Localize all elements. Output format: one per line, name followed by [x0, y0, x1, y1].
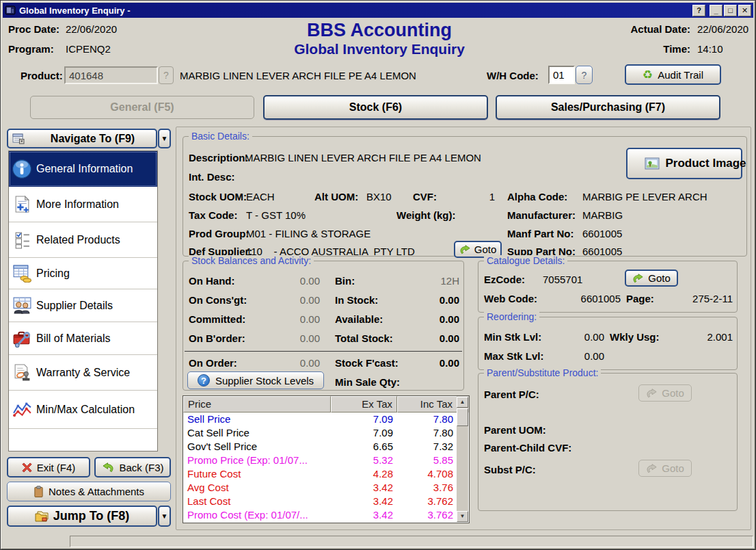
alt-uom-value: BX10	[366, 191, 392, 202]
actual-date-value: 22/06/2020	[697, 23, 748, 35]
parent-child-cvf-label: Parent-Child CVF:	[484, 442, 571, 454]
product-image-button[interactable]: Product Image	[626, 148, 742, 179]
image-icon	[645, 157, 660, 170]
in-stock-value: 0.00	[391, 294, 459, 306]
parent-uom-label: Parent UOM:	[484, 424, 546, 436]
price-table: Price Ex Tax Inc Tax Sell Price 7.09 7.8…	[183, 395, 470, 523]
product-lookup-button[interactable]: ?	[159, 66, 174, 84]
prod-group-value: M01 - FILING & STORAGE	[246, 228, 370, 239]
sidebar-item-min-max-calculation[interactable]: Min/Max Calculation	[9, 391, 157, 429]
notes-attachments-button[interactable]: Notes & Attachments	[7, 482, 171, 501]
page-label: Page:	[626, 293, 654, 304]
parent-pc-label: Parent P/C:	[484, 389, 539, 400]
column-header-ex-tax[interactable]: Ex Tax	[331, 396, 397, 413]
on-consgt-label: On Cons'gt:	[189, 294, 247, 306]
scrollbar-thumb[interactable]	[457, 408, 468, 426]
int-desc-label: Int. Desc:	[189, 171, 235, 183]
tab-general[interactable]: General (F5)	[30, 96, 254, 119]
price-row[interactable]: Last Cost 3.42 3.762	[183, 495, 469, 508]
sidebar-item-more-information[interactable]: More Information	[9, 187, 157, 222]
tab-sales-purchasing[interactable]: Sales/Purchasing (F7)	[496, 95, 720, 120]
form-icon	[12, 133, 25, 144]
main-content-panel: Basic Details: Description: MARBIG LINEN…	[176, 127, 751, 530]
committed-label: Committed:	[189, 313, 245, 325]
price-row[interactable]: Avg Cost 3.42 3.76	[183, 481, 469, 495]
price-row[interactable]: Promo Cost (Exp: 01/07/... 3.42 3.762	[183, 508, 469, 522]
program-label: Program:	[8, 43, 54, 55]
page-subtitle: Global Inventory Enquiry	[208, 41, 550, 57]
window-help-button[interactable]: ?	[692, 5, 705, 16]
on-order-label: On Order:	[189, 357, 237, 369]
checklist-icon	[11, 231, 33, 249]
description-label: Description:	[189, 152, 249, 163]
basic-details-group: Basic Details: Description: MARBIG LINEN…	[183, 136, 747, 257]
catalogue-details-legend: Catalogue Details:	[484, 255, 567, 266]
catalogue-goto-button[interactable]: Goto	[625, 270, 678, 287]
navigate-to-button[interactable]: Navigate To (F9)	[7, 129, 157, 148]
scrollbar[interactable]: ▲ ▼	[457, 397, 468, 522]
sidebar-item-warranty-service[interactable]: Warranty & Service	[9, 355, 157, 391]
scroll-up-icon[interactable]: ▲	[457, 397, 468, 408]
goto-arrow-icon	[646, 389, 658, 398]
wh-code-label: W/H Code:	[487, 70, 539, 81]
parent-substitute-legend: Parent/Substitute Product:	[484, 367, 601, 378]
alpha-code-label: Alpha Code:	[507, 191, 567, 202]
stamp-icon	[11, 363, 33, 382]
price-row[interactable]: Gov't Sell Price 6.65 7.32	[183, 440, 469, 454]
bin-label: Bin:	[335, 275, 355, 287]
wh-code-input[interactable]: 01	[548, 66, 575, 84]
column-header-inc-tax[interactable]: Inc Tax	[397, 396, 457, 413]
product-description: MARBIG LINEN LEVER ARCH FILE PE A4 LEMON	[180, 70, 416, 81]
available-value: 0.00	[391, 313, 459, 325]
title-bar[interactable]: Global Inventory Enquiry - ? _ □ ✕	[3, 3, 753, 18]
supplier-stock-levels-button[interactable]: ? Supplier Stock Levels	[187, 371, 324, 389]
stock-uom-value: EACH	[246, 191, 275, 202]
close-x-icon	[22, 462, 32, 473]
ezcode-label: EzCode:	[484, 274, 525, 285]
price-row[interactable]: Sell Price 7.09 7.80	[183, 413, 469, 426]
committed-value: 0.00	[252, 313, 320, 325]
back-arrow-icon	[101, 462, 114, 473]
sidebar-item-pricing[interactable]: Pricing	[9, 258, 157, 289]
sidebar-item-supplier-details[interactable]: Supplier Details	[9, 289, 157, 322]
description-value: MARBIG LINEN LEVER ARCH FILE PE A4 LEMON	[245, 152, 481, 163]
max-stk-label: Max Stk Lvl:	[484, 350, 544, 362]
status-bar	[4, 535, 755, 548]
sidebar-item-bill-of-materials[interactable]: Bill of Materials	[9, 322, 157, 355]
question-icon: ?	[198, 374, 210, 387]
reordering-group: Reordering: Min Stk Lvl: 0.00 Wkly Usg: …	[478, 317, 738, 370]
folders-icon	[35, 511, 49, 522]
info-icon	[11, 159, 33, 179]
tab-stock[interactable]: Stock (F6)	[263, 95, 488, 120]
price-row[interactable]: Future Cost 4.28 4.708	[183, 467, 469, 481]
column-header-price[interactable]: Price	[183, 396, 331, 413]
min-stk-label: Min Stk Lvl:	[484, 331, 541, 343]
in-stock-label: In Stock:	[335, 294, 378, 306]
goto-arrow-icon	[646, 464, 658, 473]
subst-goto-button[interactable]: Goto	[638, 460, 692, 477]
window-minimize-button[interactable]: _	[710, 5, 723, 16]
product-code-input[interactable]: 401648	[64, 66, 158, 84]
parent-goto-button[interactable]: Goto	[638, 384, 692, 402]
price-row[interactable]: Cat Sell Price 7.09 7.80	[183, 426, 469, 440]
scroll-down-icon[interactable]: ▼	[457, 511, 468, 522]
exit-button[interactable]: Exit (F4)	[7, 457, 90, 477]
jump-to-button[interactable]: Jump To (F8)	[7, 506, 157, 527]
navigate-dropdown-button[interactable]: ▼	[158, 129, 171, 148]
proc-date-label: Proc Date:	[8, 23, 59, 35]
actual-date-label: Actual Date:	[589, 23, 690, 35]
back-button[interactable]: Back (F3)	[94, 457, 171, 477]
recycle-icon: ♻	[643, 69, 653, 81]
jump-dropdown-button[interactable]: ▼	[158, 506, 171, 527]
supp-part-value: 6601005	[582, 246, 622, 257]
window-maximize-button[interactable]: □	[724, 5, 737, 16]
window-close-button[interactable]: ✕	[738, 5, 751, 16]
price-table-header: Price Ex Tax Inc Tax	[183, 396, 469, 413]
wh-lookup-button[interactable]: ?	[576, 66, 593, 84]
sidebar-item-general-information[interactable]: General Information	[9, 151, 157, 187]
status-message-area	[70, 536, 753, 547]
price-row[interactable]: Promo Price (Exp: 01/07... 5.32 5.85	[183, 454, 469, 467]
table-coins-icon	[11, 264, 33, 283]
sidebar-item-related-products[interactable]: Related Products	[9, 222, 157, 258]
audit-trail-button[interactable]: ♻ Audit Trail	[625, 64, 721, 85]
